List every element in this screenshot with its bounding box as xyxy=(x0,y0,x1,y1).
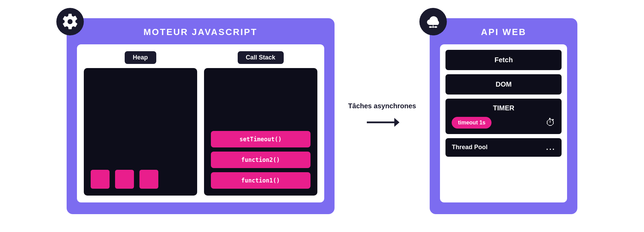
thread-pool-row: Thread Pool ... xyxy=(445,138,562,157)
arrow-label: Tâches asynchrones xyxy=(348,101,416,110)
svg-marker-1 xyxy=(394,118,399,127)
heap-items xyxy=(91,170,190,189)
gear-svg xyxy=(61,13,79,30)
callstack-box: setTimeout() function2() function1() xyxy=(204,68,317,196)
gear-icon xyxy=(56,8,84,35)
js-engine-inner: Heap Call Stack setTimeout() function2()… xyxy=(77,44,324,202)
arrow-icon xyxy=(365,114,399,131)
stack-item-2: function2() xyxy=(211,152,310,168)
heap-block-3 xyxy=(139,170,158,189)
dom-item: DOM xyxy=(445,74,562,95)
stack-item-3: function1() xyxy=(211,172,310,189)
timer-box: TIMER timeout 1s ⏱ xyxy=(445,99,562,134)
fetch-item: Fetch xyxy=(445,50,562,70)
js-engine-panel: MOTEUR JAVASCRIPT Heap Call Stack setT xyxy=(67,18,335,214)
svg-point-9 xyxy=(436,26,437,28)
timeout-badge: timeout 1s xyxy=(452,117,492,129)
timer-title: TIMER xyxy=(452,104,555,112)
cloud-icon xyxy=(419,8,447,35)
stack-item-1: setTimeout() xyxy=(211,131,310,147)
api-web-title: API WEB xyxy=(440,25,567,37)
svg-point-8 xyxy=(429,26,431,28)
callstack-label: Call Stack xyxy=(238,51,284,64)
timer-row: timeout 1s ⏱ xyxy=(452,117,555,129)
callstack-section: Call Stack setTimeout() function2() func… xyxy=(204,51,317,196)
arrow-section: Tâches asynchrones xyxy=(348,101,416,131)
heap-section: Heap xyxy=(84,51,197,196)
heap-block-1 xyxy=(91,170,110,189)
cloud-svg xyxy=(425,13,442,30)
heap-box xyxy=(84,68,197,196)
heap-block-2 xyxy=(115,170,134,189)
api-web-panel: API WEB Fetch DOM TIMER timeout 1s ⏱ Thr… xyxy=(430,18,577,214)
stopwatch-icon: ⏱ xyxy=(546,117,555,128)
thread-pool-label: Thread Pool xyxy=(452,144,487,151)
js-engine-title: MOTEUR JAVASCRIPT xyxy=(77,25,324,37)
diagram-wrapper: MOTEUR JAVASCRIPT Heap Call Stack setT xyxy=(56,8,588,224)
api-inner-panel: Fetch DOM TIMER timeout 1s ⏱ Thread Pool… xyxy=(440,44,567,202)
dots-icon: ... xyxy=(546,143,555,152)
heap-label: Heap xyxy=(125,51,156,64)
